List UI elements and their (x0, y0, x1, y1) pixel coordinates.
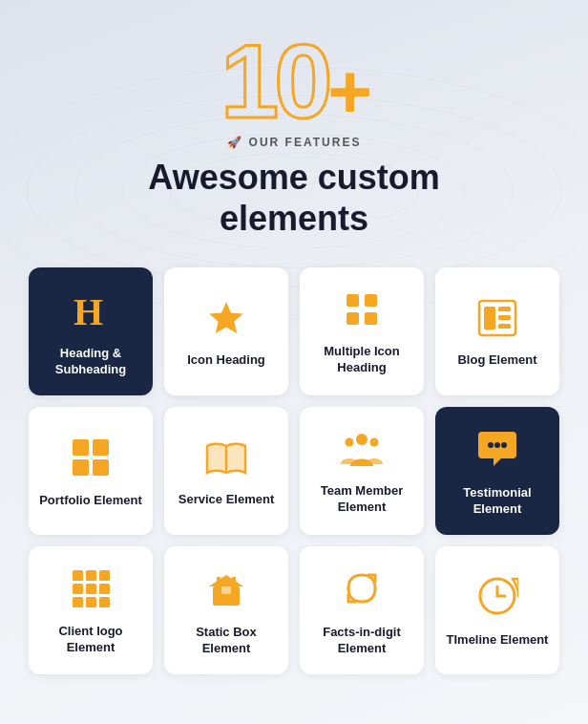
svg-rect-27 (73, 570, 83, 581)
elements-grid: H Heading & Subheading Icon Heading (29, 267, 559, 673)
staticbox-icon (205, 567, 247, 615)
svg-text:H: H (74, 290, 103, 330)
blog-element-label: Blog Element (457, 352, 536, 369)
svg-rect-8 (365, 294, 377, 307)
svg-rect-16 (73, 439, 89, 456)
testimonial-element-label: Testimonial Element (445, 485, 550, 518)
blog-icon (477, 299, 517, 343)
svg-point-21 (356, 434, 368, 445)
portfolio-icon (71, 437, 111, 483)
clientlogo-icon (71, 568, 111, 614)
timeline-element-label: TImeline Element (447, 632, 549, 649)
svg-rect-10 (365, 312, 377, 325)
heading-icon: H (70, 288, 112, 336)
svg-rect-32 (99, 584, 110, 594)
client-logo-element-label: Client logo Element (38, 624, 143, 656)
svg-point-24 (488, 442, 494, 448)
svg-rect-30 (73, 584, 83, 594)
svg-point-26 (501, 442, 507, 448)
grid-item-team-member-element[interactable]: Team Member Element (300, 407, 424, 535)
svg-rect-38 (221, 586, 231, 594)
svg-rect-15 (498, 324, 511, 329)
portfolio-element-label: Portfolio Element (39, 493, 142, 509)
facts-icon (341, 567, 383, 615)
svg-marker-6 (209, 302, 242, 333)
grid-item-heading-subheading[interactable]: H Heading & Subheading (29, 267, 153, 395)
svg-rect-39 (220, 581, 232, 585)
timeline-icon (476, 575, 518, 623)
svg-rect-13 (498, 307, 511, 311)
grid-item-multiple-icon-heading[interactable]: Multiple Icon Heading (300, 267, 424, 395)
svg-rect-35 (99, 597, 110, 607)
main-heading: Awesome custom elements (29, 157, 559, 239)
grid-item-facts-element[interactable]: Facts-in-digit Element (300, 546, 424, 674)
svg-rect-29 (99, 570, 110, 581)
static-box-element-label: Static Box Element (174, 625, 279, 657)
grid-item-client-logo-element[interactable]: Client logo Element (29, 546, 153, 674)
svg-rect-31 (86, 584, 96, 594)
page-container: 10+ 🚀 OUR FEATURES Awesome custom elemen… (0, 0, 588, 724)
star-icon (207, 299, 245, 343)
service-element-label: Service Element (178, 492, 274, 508)
big-number-display: 10+ (29, 29, 559, 134)
svg-rect-12 (484, 307, 495, 330)
svg-rect-7 (346, 294, 359, 307)
svg-rect-41 (232, 577, 236, 583)
team-icon (340, 430, 384, 474)
svg-rect-18 (73, 459, 89, 476)
svg-rect-9 (346, 312, 359, 325)
grid4-icon (343, 290, 381, 334)
grid-item-service-element[interactable]: Service Element (164, 407, 288, 535)
grid-item-blog-element[interactable]: Blog Element (435, 267, 559, 395)
multiple-icon-heading-label: Multiple Icon Heading (309, 344, 414, 376)
svg-point-23 (370, 438, 379, 447)
icon-heading-label: Icon Heading (187, 352, 265, 369)
svg-rect-34 (86, 597, 96, 607)
facts-element-label: Facts-in-digit Element (309, 625, 414, 657)
header-section: 10+ 🚀 OUR FEATURES Awesome custom elemen… (29, 29, 559, 239)
svg-point-25 (494, 442, 500, 448)
heading-subheading-label: Heading & Subheading (38, 346, 143, 378)
svg-rect-17 (93, 439, 109, 456)
svg-rect-40 (217, 577, 220, 583)
grid-item-portfolio-element[interactable]: Portfolio Element (29, 407, 153, 535)
grid-item-static-box-element[interactable]: Static Box Element (164, 546, 288, 674)
svg-rect-28 (86, 570, 96, 581)
grid-item-timeline-element[interactable]: TImeline Element (435, 546, 559, 674)
svg-rect-33 (73, 597, 83, 607)
svg-rect-14 (498, 315, 511, 320)
grid-item-icon-heading[interactable]: Icon Heading (164, 267, 288, 395)
svg-point-22 (346, 438, 354, 447)
feature-count: 10+ (220, 29, 368, 134)
team-member-element-label: Team Member Element (309, 483, 414, 516)
service-icon (204, 438, 248, 482)
testimonial-icon (476, 428, 518, 476)
svg-rect-19 (93, 459, 109, 476)
grid-item-testimonial-element[interactable]: Testimonial Element (435, 407, 559, 535)
